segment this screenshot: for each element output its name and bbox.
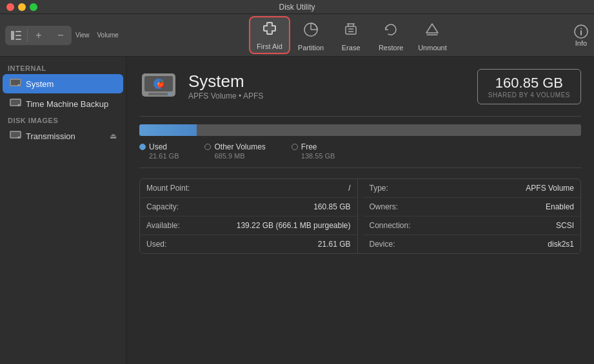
sidebar-item-transmission[interactable]: Transmission ⏏ xyxy=(3,126,123,146)
volume-disk-icon: 🍎 xyxy=(139,67,178,106)
info-row-device: Device: disk2s1 xyxy=(363,235,581,253)
legend-free: Free 138.55 GB xyxy=(292,142,335,160)
erase-tool[interactable]: Erase xyxy=(332,19,370,53)
restore-label: Restore xyxy=(379,44,404,52)
info-label: Info xyxy=(575,39,587,47)
svg-marker-17 xyxy=(426,24,438,33)
info-grid: Mount Point: / Capacity: 160.85 GB Avail… xyxy=(139,178,581,254)
volume-shared-label: SHARED BY 4 VOLUMES xyxy=(488,91,570,99)
svg-rect-1 xyxy=(15,31,21,32)
first-aid-icon xyxy=(261,20,278,41)
sidebar-toggle-button[interactable] xyxy=(5,26,27,45)
svg-text:🍎: 🍎 xyxy=(157,80,165,88)
svg-point-27 xyxy=(18,104,20,106)
mount-point-key: Mount Point: xyxy=(146,184,190,193)
legend-used-label: Used xyxy=(149,142,167,151)
connection-key: Connection: xyxy=(370,221,411,230)
svg-rect-3 xyxy=(15,39,21,40)
time-machine-disk-icon xyxy=(9,97,22,111)
connection-val: SCSI xyxy=(556,221,574,230)
used-val: 21.61 GB xyxy=(318,240,351,249)
sidebar-item-system[interactable]: System xyxy=(3,74,123,93)
window-title: Disk Utility xyxy=(279,3,315,12)
view-volume-buttons: + − xyxy=(5,26,72,45)
view-label: View xyxy=(75,32,90,39)
svg-rect-7 xyxy=(268,23,272,34)
volume-name: System xyxy=(188,72,467,91)
info-tool[interactable]: Info xyxy=(573,24,589,47)
legend-free-label: Free xyxy=(301,142,317,151)
minimize-button[interactable] xyxy=(18,3,26,11)
maximize-button[interactable] xyxy=(30,3,37,11)
svg-rect-0 xyxy=(11,31,14,40)
svg-rect-11 xyxy=(346,26,356,34)
info-button[interactable] xyxy=(573,24,589,39)
legend-dot-used xyxy=(139,144,146,150)
close-button[interactable] xyxy=(6,3,14,11)
device-key: Device: xyxy=(370,240,395,249)
mount-point-val: / xyxy=(348,184,350,193)
owners-key: Owners: xyxy=(370,202,399,211)
legend-free-value: 138.55 GB xyxy=(301,152,335,160)
svg-point-36 xyxy=(168,93,170,95)
partition-icon xyxy=(302,21,319,42)
svg-point-21 xyxy=(580,28,582,29)
owners-val: Enabled xyxy=(546,202,574,211)
eject-icon[interactable]: ⏏ xyxy=(110,131,117,140)
content-area: 🍎 System APFS Volume • APFS 160.85 GB SH… xyxy=(126,57,594,364)
transmission-disk-icon xyxy=(9,129,22,143)
sidebar-time-machine-label: Time Machine Backup xyxy=(26,99,108,109)
storage-bar-used xyxy=(139,124,197,136)
info-col-right: Type: APFS Volume Owners: Enabled Connec… xyxy=(363,179,581,253)
info-col-left: Mount Point: / Capacity: 160.85 GB Avail… xyxy=(140,179,358,253)
sidebar-system-label: System xyxy=(26,79,54,89)
view-volume-group: + − View Volume xyxy=(5,26,119,45)
legend-used-value: 21.61 GB xyxy=(149,152,179,160)
volume-info: System APFS Volume • APFS xyxy=(188,72,467,101)
capacity-val: 160.85 GB xyxy=(313,202,350,211)
info-row-capacity: Capacity: 160.85 GB xyxy=(140,198,357,216)
system-disk-icon xyxy=(9,77,22,91)
info-row-owners: Owners: Enabled xyxy=(363,198,581,216)
svg-rect-35 xyxy=(148,93,169,95)
erase-label: Erase xyxy=(342,44,361,52)
type-key: Type: xyxy=(370,184,388,193)
restore-tool[interactable]: Restore xyxy=(371,19,410,53)
type-val: APFS Volume xyxy=(526,184,574,193)
info-row-used: Used: 21.61 GB xyxy=(140,235,357,253)
info-row-connection: Connection: SCSI xyxy=(363,216,581,235)
svg-rect-2 xyxy=(15,35,21,36)
svg-point-30 xyxy=(18,137,20,139)
first-aid-tool[interactable]: First Aid xyxy=(249,16,290,53)
volume-label: Volume xyxy=(97,32,119,39)
disk-images-section-label: Disk Images xyxy=(0,114,126,126)
first-aid-label: First Aid xyxy=(257,43,282,50)
sidebar-item-time-machine[interactable]: Time Machine Backup xyxy=(3,94,123,113)
volume-header: 🍎 System APFS Volume • APFS 160.85 GB SH… xyxy=(139,67,581,106)
restore-icon xyxy=(382,21,399,42)
unmount-tool[interactable]: Unmount xyxy=(411,19,453,53)
legend-other-value: 685.9 MB xyxy=(214,152,265,160)
storage-legend: Used 21.61 GB Other Volumes 685.9 MB Fre… xyxy=(139,142,581,160)
internal-section-label: Internal xyxy=(0,62,126,73)
legend-dot-free xyxy=(292,144,298,150)
partition-tool[interactable]: Partition xyxy=(292,19,330,53)
titlebar: Disk Utility xyxy=(0,0,594,14)
main-layout: Internal System Time Machine Ba xyxy=(0,57,594,364)
add-volume-button[interactable]: + xyxy=(28,26,50,45)
legend-other-label: Other Volumes xyxy=(214,142,265,151)
remove-volume-button[interactable]: − xyxy=(50,26,72,45)
device-val: disk2s1 xyxy=(548,240,574,249)
toolbar: + − View Volume First Aid xyxy=(0,14,594,57)
capacity-key: Capacity: xyxy=(146,202,179,211)
used-key: Used: xyxy=(146,240,166,249)
partition-label: Partition xyxy=(298,44,324,52)
sidebar-transmission-label: Transmission xyxy=(26,131,75,141)
legend-dot-other xyxy=(204,144,211,150)
volume-subtitle: APFS Volume • APFS xyxy=(188,91,467,101)
available-key: Available: xyxy=(146,221,180,230)
info-row-mount: Mount Point: / xyxy=(140,179,357,198)
erase-icon xyxy=(342,21,359,42)
sidebar: Internal System Time Machine Ba xyxy=(0,57,126,364)
available-val: 139.22 GB (666.1 MB purgeable) xyxy=(237,221,351,230)
